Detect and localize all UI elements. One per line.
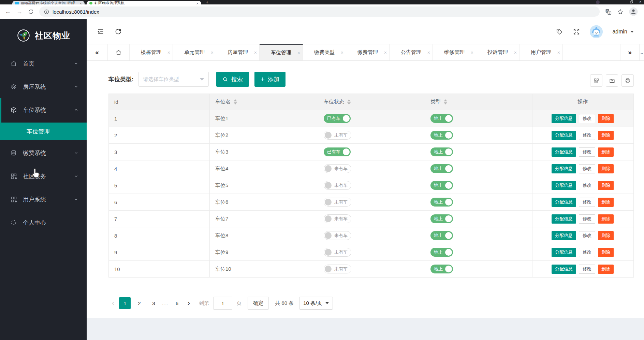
parking-type-select[interactable]: 请选择车位类型 — [138, 72, 209, 87]
sort-icon[interactable] — [234, 99, 237, 104]
close-icon[interactable]: × — [254, 50, 257, 55]
assign-info-button[interactable]: 分配信息 — [552, 198, 576, 207]
refresh-icon[interactable] — [115, 28, 122, 35]
browser-tab-active[interactable]: 社区物业管理系统 × — [87, 1, 201, 4]
browser-tab-bilibili[interactable]: java高级程序猿的个人空间_哔哩 × — [12, 1, 85, 4]
address-bar[interactable]: localhost:8081/index — [39, 6, 600, 17]
toggle-on[interactable]: 地上 — [430, 198, 453, 207]
tab-缴费管理[interactable]: 缴费管理× — [346, 44, 390, 60]
restore-window-icon[interactable] — [630, 0, 633, 3]
edit-button[interactable]: 修改 — [579, 214, 595, 224]
toggle-off[interactable]: 未有车 — [324, 265, 351, 273]
edit-button[interactable]: 修改 — [579, 147, 595, 157]
toggle-on[interactable]: 地上 — [430, 214, 453, 223]
sort-icon[interactable] — [444, 99, 447, 104]
page-button-1[interactable]: 1 — [119, 297, 131, 309]
toggle-on[interactable]: 地上 — [430, 248, 453, 257]
toggle-on[interactable]: 地上 — [430, 265, 453, 273]
assign-info-button[interactable]: 分配信息 — [552, 265, 576, 274]
next-page-icon[interactable]: › — [184, 299, 193, 307]
tab-operations-button[interactable]: ⌄ — [639, 44, 644, 60]
toggle-off[interactable]: 未有车 — [324, 131, 351, 140]
assign-info-button[interactable]: 分配信息 — [552, 131, 576, 140]
sort-icon[interactable] — [347, 99, 351, 104]
assign-info-button[interactable]: 分配信息 — [552, 214, 576, 224]
tag-icon[interactable] — [556, 28, 563, 36]
sidebar-item-user-system[interactable]: 用户系统 — [0, 188, 87, 211]
sidebar-item-home[interactable]: 首页 — [0, 52, 87, 75]
sidebar-item-house-system[interactable]: 房屋系统 — [0, 75, 87, 98]
add-button[interactable]: + 添加 — [254, 72, 286, 87]
assign-info-button[interactable]: 分配信息 — [552, 147, 576, 157]
scroll-tabs-right-button[interactable]: » — [620, 44, 639, 60]
toggle-off[interactable]: 未有车 — [324, 231, 351, 240]
tab-单元管理[interactable]: 单元管理× — [173, 44, 216, 60]
user-avatar[interactable] — [590, 25, 603, 38]
toggle-on[interactable]: 地上 — [430, 164, 453, 173]
toggle-on[interactable]: 地上 — [430, 147, 453, 156]
sidebar-item-personal-center[interactable]: 个人中心 — [0, 211, 87, 234]
edit-button[interactable]: 修改 — [579, 198, 595, 207]
per-page-select[interactable]: 10 条/页 — [299, 297, 333, 310]
assign-info-button[interactable]: 分配信息 — [552, 181, 576, 190]
delete-button[interactable]: 删除 — [598, 198, 614, 207]
browser-profile-avatar[interactable] — [596, 0, 600, 4]
goto-page-input[interactable] — [213, 297, 232, 310]
bookmark-star-icon[interactable] — [617, 9, 624, 15]
delete-button[interactable]: 删除 — [598, 147, 614, 157]
print-button[interactable] — [621, 74, 634, 87]
tab-用户管理[interactable]: 用户管理× — [519, 44, 563, 60]
toggle-off[interactable]: 未有车 — [324, 181, 351, 190]
export-button[interactable] — [606, 74, 618, 87]
toggle-on[interactable]: 已有车 — [324, 114, 351, 123]
new-tab-button[interactable]: + — [206, 0, 208, 5]
close-icon[interactable]: × — [384, 50, 387, 55]
scroll-tabs-left-button[interactable]: « — [87, 44, 108, 60]
browser-user-icon[interactable] — [629, 7, 638, 16]
assign-info-button[interactable]: 分配信息 — [552, 248, 576, 257]
close-icon[interactable]: × — [167, 50, 170, 55]
sidebar-item-parking-manage[interactable]: 车位管理 — [1, 123, 87, 140]
filter-columns-button[interactable] — [590, 74, 602, 87]
search-button[interactable]: 搜索 — [216, 72, 249, 87]
tab-楼栋管理[interactable]: 楼栋管理× — [130, 44, 173, 60]
edit-button[interactable]: 修改 — [579, 265, 595, 274]
delete-button[interactable]: 删除 — [598, 265, 614, 274]
reload-icon[interactable] — [28, 9, 34, 15]
page-button-3[interactable]: 3 — [148, 297, 159, 309]
toggle-off[interactable]: 未有车 — [324, 198, 351, 207]
close-icon[interactable]: × — [211, 50, 214, 55]
site-info-icon[interactable] — [44, 9, 49, 14]
edit-button[interactable]: 修改 — [579, 164, 595, 173]
close-icon[interactable]: × — [557, 50, 560, 55]
delete-button[interactable]: 删除 — [598, 164, 614, 173]
close-icon[interactable]: × — [514, 50, 517, 55]
confirm-page-button[interactable]: 确定 — [248, 297, 269, 310]
forward-icon[interactable]: → — [16, 9, 23, 15]
close-icon[interactable]: × — [297, 50, 300, 56]
toggle-off[interactable]: 未有车 — [324, 214, 351, 223]
close-icon[interactable]: × — [196, 1, 199, 5]
assign-info-button[interactable]: 分配信息 — [552, 114, 576, 123]
edit-button[interactable]: 修改 — [579, 248, 595, 257]
collapse-sidebar-icon[interactable] — [97, 28, 104, 36]
translate-icon[interactable]: G 文 — [605, 9, 612, 15]
toggle-off[interactable]: 未有车 — [324, 164, 351, 173]
delete-button[interactable]: 删除 — [598, 114, 614, 123]
toggle-on[interactable]: 地上 — [430, 114, 453, 123]
tab-房屋管理[interactable]: 房屋管理× — [216, 44, 260, 60]
fullscreen-icon[interactable] — [573, 28, 580, 36]
tab-缴费类型[interactable]: 缴费类型× — [303, 44, 346, 60]
tab-车位管理[interactable]: 车位管理× — [260, 44, 303, 60]
toggle-on[interactable]: 已有车 — [324, 147, 351, 156]
tab-home[interactable] — [108, 44, 130, 60]
user-menu[interactable]: admin — [612, 29, 634, 35]
page-button-2[interactable]: 2 — [133, 297, 145, 309]
assign-info-button[interactable]: 分配信息 — [552, 231, 576, 240]
sidebar-item-parking-system[interactable]: 车位系统 — [1, 98, 87, 122]
edit-button[interactable]: 修改 — [579, 231, 595, 240]
delete-button[interactable]: 删除 — [598, 231, 614, 240]
toggle-off[interactable]: 未有车 — [324, 248, 351, 257]
page-button-6[interactable]: 6 — [171, 297, 183, 309]
tab-投诉管理[interactable]: 投诉管理× — [476, 44, 519, 60]
